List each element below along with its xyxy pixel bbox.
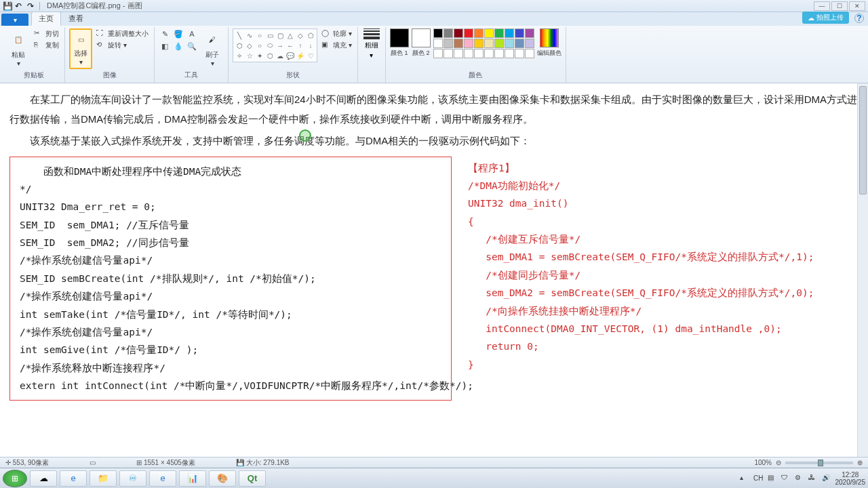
color-swatch[interactable] bbox=[454, 49, 463, 58]
color-swatch[interactable] bbox=[494, 49, 504, 58]
zoom-slider[interactable] bbox=[785, 462, 853, 464]
maximize-button[interactable]: ☐ bbox=[831, 1, 848, 11]
tab-view[interactable]: 查看 bbox=[61, 12, 91, 26]
ime-indicator[interactable]: CH bbox=[753, 474, 763, 482]
eraser-tool[interactable]: ◧ bbox=[159, 41, 171, 52]
select-button[interactable]: ▭选择▾ bbox=[69, 28, 92, 69]
code-block-right: 【程序1】/*DMA功能初始化*/UNIT32 dma_init(){ /*创建… bbox=[467, 157, 859, 401]
taskbar-explorer[interactable]: 📁 bbox=[90, 470, 117, 487]
canvas-area[interactable]: 在某工厂的物流车间设计了一款智能监控系统，实现对车间24小时不间断的图像采集功能… bbox=[0, 83, 868, 457]
color-swatch[interactable] bbox=[454, 39, 463, 48]
color-swatch[interactable] bbox=[433, 28, 443, 38]
color-swatch[interactable] bbox=[443, 49, 453, 58]
group-label: 图像 bbox=[69, 69, 150, 81]
color-palette[interactable] bbox=[433, 28, 534, 58]
taskbar-app-3[interactable]: 📊 bbox=[179, 470, 206, 487]
color-swatch[interactable] bbox=[433, 49, 443, 58]
group-clipboard: 📋粘贴▾ ✂剪切 ⎘复制 剪贴板 bbox=[3, 27, 65, 83]
canvas-size: ⊞ 1551 × 4505像素 bbox=[136, 458, 195, 468]
app-menu-button[interactable]: ▾ bbox=[1, 14, 28, 26]
brush-button[interactable]: 🖌刷子▾ bbox=[201, 28, 224, 69]
color2-well[interactable]: 颜色 2 bbox=[412, 28, 431, 58]
color-swatch[interactable] bbox=[464, 49, 473, 58]
taskbar-app-2[interactable]: ♾ bbox=[119, 470, 146, 487]
pencil-tool[interactable]: ✎ bbox=[159, 28, 171, 39]
color-swatch[interactable] bbox=[474, 39, 484, 48]
color1-well[interactable]: 颜色 1 bbox=[390, 28, 409, 58]
close-button[interactable]: ✕ bbox=[849, 1, 865, 11]
tool-grid: ✎ 🪣 A ◧ 💧 🔍 bbox=[159, 28, 198, 64]
color-swatch[interactable] bbox=[474, 49, 484, 58]
shapes-gallery[interactable]: ╲∿○▭▢△◇⬠ ⬡◇○⬭→←↑↓ ✧☆✦⬡☁💬⚡♡ bbox=[233, 28, 317, 62]
copy-button[interactable]: ⎘复制 bbox=[33, 40, 60, 51]
color-swatch[interactable] bbox=[515, 28, 524, 38]
color-swatch[interactable] bbox=[494, 28, 504, 38]
stroke-width-button[interactable]: 粗细▾ bbox=[362, 28, 381, 59]
resize-button[interactable]: ⛶重新调整大小 bbox=[95, 28, 150, 39]
vertical-scrollbar[interactable] bbox=[857, 83, 868, 457]
color-swatch[interactable] bbox=[454, 28, 463, 38]
taskbar-edge[interactable]: e bbox=[149, 470, 176, 487]
start-button[interactable]: ⊞ bbox=[3, 470, 27, 487]
color-swatch[interactable] bbox=[525, 49, 534, 58]
undo-icon[interactable]: ↶ bbox=[15, 1, 24, 11]
paste-button[interactable]: 📋粘贴▾ bbox=[7, 28, 30, 69]
color-swatch[interactable] bbox=[474, 28, 484, 38]
color-swatch[interactable] bbox=[505, 39, 514, 48]
edit-colors-button[interactable]: 编辑颜色 bbox=[537, 28, 561, 58]
tray-icon[interactable]: 🛡 bbox=[781, 474, 791, 483]
group-label: 颜色 bbox=[390, 69, 561, 81]
color-swatch[interactable] bbox=[484, 49, 494, 58]
fill-tool[interactable]: 🪣 bbox=[172, 28, 184, 39]
taskbar: ⊞ ☁ e 📁 ♾ e 📊 🎨 Qt ▴ CH ▤ 🛡 ⚙ 🖧 🔊 12:282… bbox=[0, 468, 868, 488]
paragraph-2: 该系统基于某嵌入式操作系统开发，支持中断管理，多任务调度等功能。与DMA相关的一… bbox=[9, 131, 859, 151]
minimize-button[interactable]: — bbox=[814, 1, 830, 11]
tray-icon[interactable]: ▤ bbox=[768, 474, 777, 483]
color-swatch[interactable] bbox=[515, 49, 524, 58]
redo-icon[interactable]: ↷ bbox=[27, 1, 37, 11]
color-swatch[interactable] bbox=[505, 28, 514, 38]
resize-icon: ⛶ bbox=[96, 29, 106, 39]
tab-home[interactable]: 主页 bbox=[31, 12, 61, 26]
taskbar-ie[interactable]: e bbox=[60, 470, 87, 487]
tray-up-icon[interactable]: ▴ bbox=[740, 474, 749, 483]
color-swatch[interactable] bbox=[464, 39, 473, 48]
zoom-out-button[interactable]: ⊖ bbox=[776, 459, 781, 466]
cursor-highlight bbox=[299, 129, 311, 142]
cloud-upload-button[interactable]: ☁拍照上传 bbox=[802, 12, 849, 24]
color-swatch[interactable] bbox=[443, 39, 453, 48]
file-size: 💾 大小: 279.1KB bbox=[236, 458, 290, 468]
cut-button[interactable]: ✂剪切 bbox=[33, 28, 60, 39]
taskbar-paint[interactable]: 🎨 bbox=[209, 470, 236, 487]
color-swatch[interactable] bbox=[443, 28, 453, 38]
help-icon[interactable]: ? bbox=[854, 14, 864, 23]
color-swatch[interactable] bbox=[494, 39, 504, 48]
scroll-thumb[interactable] bbox=[859, 86, 867, 195]
color-swatch[interactable] bbox=[484, 28, 494, 38]
picker-tool[interactable]: 💧 bbox=[172, 41, 184, 52]
shape-outline-button[interactable]: ◯轮廓 ▾ bbox=[320, 28, 353, 39]
volume-icon[interactable]: 🔊 bbox=[822, 474, 831, 483]
system-tray: ▴ CH ▤ 🛡 ⚙ 🖧 🔊 12:282020/9/25 bbox=[740, 471, 865, 486]
taskbar-app-1[interactable]: ☁ bbox=[30, 470, 57, 487]
group-image: ▭选择▾ ⛶重新调整大小 ⟲旋转 ▾ 图像 bbox=[65, 27, 155, 83]
rotate-button[interactable]: ⟲旋转 ▾ bbox=[95, 40, 150, 51]
color-swatch[interactable] bbox=[505, 49, 514, 58]
color-swatch[interactable] bbox=[515, 39, 524, 48]
shape-fill-button[interactable]: ▣填充 ▾ bbox=[320, 40, 353, 51]
outline-icon: ◯ bbox=[321, 29, 331, 39]
color-swatch[interactable] bbox=[525, 39, 534, 48]
text-tool[interactable]: A bbox=[186, 28, 198, 39]
ribbon-tabs: ▾ 主页 查看 ☁拍照上传 ? bbox=[0, 12, 868, 26]
color-swatch[interactable] bbox=[525, 28, 534, 38]
color-swatch[interactable] bbox=[464, 28, 473, 38]
clock[interactable]: 12:282020/9/25 bbox=[835, 471, 866, 486]
color-swatch[interactable] bbox=[484, 39, 494, 48]
save-icon[interactable]: 💾 bbox=[3, 1, 12, 11]
network-icon[interactable]: 🖧 bbox=[808, 474, 818, 483]
color-swatch[interactable] bbox=[433, 39, 443, 48]
taskbar-qt[interactable]: Qt bbox=[239, 470, 266, 487]
zoom-in-button[interactable]: ⊕ bbox=[857, 459, 863, 466]
tray-icon[interactable]: ⚙ bbox=[795, 474, 804, 483]
magnify-tool[interactable]: 🔍 bbox=[186, 41, 198, 52]
